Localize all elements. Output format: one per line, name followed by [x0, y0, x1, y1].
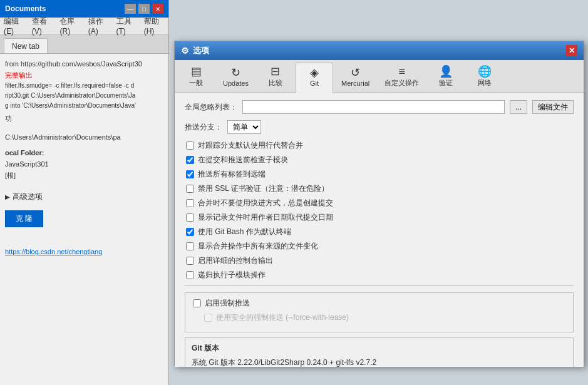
tab-updates-label: Updates — [223, 80, 249, 87]
checkbox-row-1: 对跟踪分支默认使用行代替合并 — [185, 140, 574, 151]
dialog-tab-bar: ▤ 一般 ↻ Updates ⊟ 比较 ◈ Git ↺ Mercurial ≡ … — [175, 60, 584, 93]
menu-action[interactable]: 操作(A) — [88, 16, 109, 36]
app-menubar: 编辑(E) 查看(V) 仓库(R) 操作(A) 工具(T) 帮助(H) — [0, 18, 168, 35]
cb2-label: 在提交和推送前检查子模块 — [198, 155, 288, 165]
cb-disable-ssl[interactable] — [186, 185, 194, 193]
csdn-link[interactable]: https://blog.csdn.net/chengtianq — [5, 248, 102, 255]
git-version-title: Git 版本 — [192, 343, 567, 354]
maximize-btn[interactable]: □ — [138, 4, 150, 14]
tab-auth-label: 验证 — [439, 78, 453, 88]
cb10-label: 递归执行子模块操作 — [198, 270, 266, 280]
app-title: Documents — [5, 4, 46, 13]
git-icon: ◈ — [310, 67, 319, 78]
chevron-right-icon: ▶ — [5, 192, 10, 202]
network-icon: 🌐 — [478, 66, 492, 77]
global-ignore-label: 全局忽略列表： — [185, 102, 237, 113]
cb-author-date[interactable] — [186, 213, 194, 222]
checkbox-row-9: 启用详细的控制台输出 — [185, 255, 574, 266]
cb5-label: 合并时不要使用快进方式，总是创建提交 — [198, 198, 333, 208]
safe-force-push-label: 使用安全的强制推送 (--force-with-lease) — [216, 312, 349, 323]
browse-btn[interactable]: ... — [510, 100, 527, 114]
checkbox-row-6: 显示记录文件时用作者日期取代提交日期 — [185, 212, 574, 223]
cb1-label: 对跟踪分支默认使用行代替合并 — [198, 140, 303, 151]
local-folder-label: ocal Folder: — [5, 148, 163, 159]
cb8-label: 显示合并操作中所有来源的文件变化 — [198, 241, 318, 252]
cb3-label: 推送所有标签到远端 — [198, 169, 266, 180]
menu-repo[interactable]: 仓库(R) — [59, 16, 80, 36]
menu-tools[interactable]: 工具(T) — [116, 16, 137, 36]
checkbox-row-2: 在提交和推送前检查子模块 — [185, 155, 574, 165]
dialog-titlebar: ⚙ 选项 ✕ — [175, 41, 584, 60]
compare-icon: ⊟ — [271, 66, 280, 77]
checkbox-row-5: 合并时不要使用快进方式，总是创建提交 — [185, 198, 574, 208]
advanced-options[interactable]: ▶ 高级选项 — [5, 191, 163, 203]
force-push-section: 启用强制推送 使用安全的强制推送 (--force-with-lease) — [185, 292, 574, 332]
cb-enable-force-push[interactable] — [193, 299, 201, 307]
tab-updates[interactable]: ↻ Updates — [216, 63, 255, 92]
cb6-label: 显示记录文件时用作者日期取代提交日期 — [198, 212, 333, 223]
dialog-close-btn[interactable]: ✕ — [566, 45, 577, 56]
checkbox-row-3: 推送所有标签到远端 — [185, 169, 574, 180]
tab-git-label: Git — [310, 80, 319, 87]
tab-network[interactable]: 🌐 网络 — [466, 63, 503, 92]
cb-git-bash[interactable] — [186, 228, 194, 236]
new-tab[interactable]: New tab — [4, 38, 48, 53]
dialog-title: ⚙ 选项 — [181, 45, 209, 56]
tab-custom[interactable]: ≡ 自定义操作 — [378, 63, 426, 92]
git-version-text: 系统 Git 版本 2.22.0/LibGit2Sharp 0.24.0 + g… — [192, 357, 567, 367]
edit-file-btn[interactable]: 编辑文件 — [532, 100, 574, 114]
options-dialog: ⚙ 选项 ✕ ▤ 一般 ↻ Updates ⊟ 比较 ◈ Git ↺ Mercu… — [174, 41, 584, 366]
cb-track-branch[interactable] — [186, 141, 194, 150]
app-content-area: from https://github.com/wesbos/JavaScrip… — [0, 54, 168, 264]
minimize-btn[interactable]: — — [125, 4, 136, 14]
clone-button[interactable]: 克 隆 — [5, 210, 43, 227]
checkbox-row-4: 禁用 SSL 证书验证（注意：潜在危险） — [185, 183, 574, 194]
content-line1: from https://github.com/wesbos/JavaScrip… — [5, 59, 163, 70]
push-branch-label: 推送分支： — [185, 122, 222, 133]
custom-icon: ≡ — [398, 66, 405, 77]
mercurial-icon: ↺ — [351, 67, 360, 78]
tab-general[interactable]: ▤ 一般 — [177, 63, 215, 92]
cb-check-submodule[interactable] — [186, 156, 194, 164]
enable-force-push-row: 启用强制推送 — [192, 298, 567, 309]
updates-icon: ↻ — [231, 67, 240, 78]
tab-network-label: 网络 — [478, 78, 492, 88]
app-tab-bar: New tab — [0, 35, 168, 54]
cb-no-fast-forward[interactable] — [186, 199, 194, 207]
gear-icon: ⚙ — [181, 46, 189, 56]
content-line5: g into 'C:\Users\Administrator\Documents… — [5, 101, 163, 111]
cb-push-tags[interactable] — [186, 170, 194, 178]
tab-compare[interactable]: ⊟ 比较 — [257, 63, 294, 92]
app-background: Documents — □ ✕ 编辑(E) 查看(V) 仓库(R) 操作(A) … — [0, 0, 169, 385]
content-line4: ript30.git C:\Users\Administrator\Docume… — [5, 91, 163, 101]
menu-help[interactable]: 帮助(H) — [144, 16, 165, 36]
content-line3: filter.lfs.smudge= -c filter.lfs.require… — [5, 81, 163, 91]
menu-view[interactable]: 查看(V) — [32, 16, 53, 36]
cb-verbose-console[interactable] — [186, 257, 194, 265]
checkboxes-section: 对跟踪分支默认使用行代替合并 在提交和推送前检查子模块 推送所有标签到远端 禁用… — [185, 140, 574, 280]
divider — [185, 285, 574, 286]
enable-force-push-label: 启用强制推送 — [205, 298, 250, 309]
global-ignore-input[interactable] — [242, 100, 505, 114]
advanced-label: 高级选项 — [13, 191, 43, 203]
local-folder-area: ocal Folder: JavaScript301 [根] — [5, 148, 163, 181]
cb9-label: 启用详细的控制台输出 — [198, 255, 273, 266]
local-folder-value: JavaScript301 — [5, 159, 163, 170]
bottom-link: https://blog.csdn.net/chengtianq — [5, 246, 163, 258]
cb-safe-force-push[interactable] — [204, 314, 212, 322]
general-icon: ▤ — [191, 66, 202, 77]
push-branch-select[interactable]: 简单 — [227, 120, 261, 134]
checkbox-row-8: 显示合并操作中所有来源的文件变化 — [185, 241, 574, 252]
git-version-section: Git 版本 系统 Git 版本 2.22.0/LibGit2Sharp 0.2… — [185, 337, 574, 367]
cb7-label: 使用 Git Bash 作为默认终端 — [198, 227, 291, 237]
tab-mercurial[interactable]: ↺ Mercurial — [334, 63, 376, 92]
checkbox-row-10: 递归执行子模块操作 — [185, 270, 574, 280]
cb-show-merge-sources[interactable] — [186, 242, 194, 250]
cb-recursive-submodule[interactable] — [186, 271, 194, 279]
menu-edit[interactable]: 编辑(E) — [4, 16, 24, 36]
tab-git[interactable]: ◈ Git — [296, 63, 333, 93]
close-app-btn[interactable]: ✕ — [152, 4, 163, 14]
tab-auth[interactable]: 👤 验证 — [427, 63, 465, 92]
tab-mercurial-label: Mercurial — [341, 80, 369, 87]
push-branch-row: 推送分支： 简单 — [185, 120, 574, 134]
